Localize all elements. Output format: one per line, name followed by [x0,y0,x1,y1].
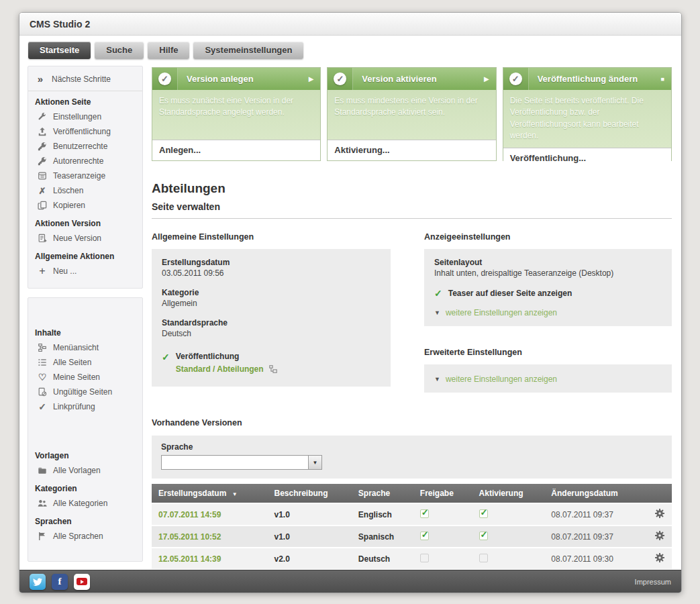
sidebar-item-autorenrechte[interactable]: Autorenrechte [28,154,142,168]
sidebar-item-teaseranzeige[interactable]: Teaseranzeige [28,168,142,183]
column-header-actions [645,484,672,503]
gear-icon[interactable] [654,552,665,563]
impressum-link[interactable]: Impressum [635,578,671,586]
sidebar-item-alle-seiten[interactable]: Alle Seiten [28,355,142,370]
language-select[interactable]: ▼ [161,455,322,470]
sidebar-item-nachste-schritte[interactable]: »Nächste Schritte [28,68,142,91]
version-activated [472,504,545,525]
card-action-link[interactable]: Anlegen... [152,140,320,160]
double-chevron-icon: » [35,74,46,85]
app-title: CMS Studio 2 [30,19,90,30]
sidebar-header-inhalte: Inhalte [28,322,142,340]
show-more-settings[interactable]: ▼ weitere Einstellungen anzeigen [434,374,662,384]
sidebar-item-alle-kategorien[interactable]: Alle Kategorien [28,496,142,511]
sidebar-item-label: Meine Seiten [53,372,100,382]
field-value: Deutsch [162,329,381,338]
card-action-link[interactable]: Veröffentlichung... [503,148,671,168]
column-header-anderungsdatum[interactable]: Änderungsdatum [544,484,645,503]
stop-square-icon[interactable]: ■ [661,76,671,83]
layout-value: Inhalt unten, dreispaltige Teaseranzeige… [434,268,662,278]
gear-icon[interactable] [654,530,665,541]
sidebar-item-kopieren[interactable]: Kopieren [28,198,142,213]
structure-icon[interactable] [268,364,279,374]
field-label: Kategorie [162,288,381,297]
sidebar-item-einstellungen[interactable]: Einstellungen [28,109,142,124]
sidebar-item-neu[interactable]: +Neu ... [28,264,142,279]
tab-hilfe[interactable]: Hilfe [148,42,189,59]
twitter-icon[interactable] [30,574,46,590]
card-title: Version aktivieren [353,74,484,84]
sidebar-item-label: Autorenrechte [53,156,103,166]
check-circle-icon: ✓ [503,68,529,90]
version-actions [645,504,672,525]
card-header[interactable]: ✓ Version anlegen ▶ [152,68,320,90]
version-created-link[interactable]: 07.07.2011 14:59 [152,504,267,525]
version-description: v1.0 [267,526,351,547]
arrow-right-icon[interactable]: ▶ [484,75,496,83]
tab-suche[interactable]: Suche [95,42,144,59]
tab-startseite[interactable]: Startseite [28,42,91,59]
version-language: Englisch [352,504,413,525]
show-more-settings[interactable]: ▼ weitere Einstellungen anzeigen [434,308,662,317]
card-header[interactable]: ✓ Veröffentlichung ändern ■ [503,68,671,90]
sidebar-item-menuansicht[interactable]: Menüansicht [28,340,142,355]
publication-path-link[interactable]: Standard / Abteilungen [176,364,264,374]
gear-icon[interactable] [654,508,665,519]
tab-systemeinstellungen[interactable]: Systemeinstellungen [193,42,303,59]
delete-icon: ✗ [37,185,48,196]
sidebar-item-label: Einstellungen [53,112,101,121]
field-standardsprache: Standardsprache Deutsch [162,318,381,338]
sidebar-item-ungultige-seiten[interactable]: Ungültige Seiten [28,385,142,399]
sidebar-item-label: Alle Sprachen [53,532,103,541]
teaser-label: Teaser auf dieser Seite anzeigen [448,289,572,298]
version-created-link[interactable]: 17.05.2011 10:52 [152,526,267,547]
column-header-erstellungsdatum[interactable]: Erstellungsdatum ▼ [152,484,267,503]
sidebar-item-alle-vorlagen[interactable]: Alle Vorlagen [28,463,142,478]
more-settings-link[interactable]: weitere Einstellungen anzeigen [446,374,557,384]
sidebar-item-veroffentlichung[interactable]: Veröffentlichung [28,124,142,139]
settings-row: Allgemeine Einstellungen Erstellungsdatu… [152,232,672,393]
sitemap-icon [37,342,48,353]
card-header[interactable]: ✓ Version aktivieren ▶ [328,68,495,90]
column-header-sprache[interactable]: Sprache [352,484,413,503]
more-settings-link[interactable]: weitere Einstellungen anzeigen [446,308,557,317]
facebook-icon[interactable]: f [52,574,68,590]
card-description: Es muss zunächst eine Version in der Sta… [152,90,320,140]
sidebar-item-label: Benutzerrechte [53,142,107,151]
sidebar-item-loschen[interactable]: ✗Löschen [28,183,142,198]
column-header-aktivierung[interactable]: Aktivierung [472,484,545,503]
versions-table-header: Erstellungsdatum ▼BeschreibungSpracheFre… [152,484,672,503]
publish-icon [37,126,48,137]
sidebar-box-1: »Nächste SchritteAktionen SeiteEinstellu… [28,66,143,289]
card-title: Version anlegen [178,74,309,84]
column-header-beschreibung[interactable]: Beschreibung [267,484,351,503]
youtube-play-icon [77,578,87,585]
card-action-link[interactable]: Aktivierung... [328,140,495,160]
sidebar-item-meine-seiten[interactable]: ♡Meine Seiten [28,370,142,385]
version-language: Deutsch [352,548,413,569]
arrow-right-icon[interactable]: ▶ [309,75,321,83]
field-value: 03.05.2011 09:56 [162,268,381,278]
sidebar-item-linkprufung[interactable]: ✓Linkprüfung [28,399,142,414]
sidebar-header-sprachen: Sprachen [28,511,142,529]
sidebar-header-kategorien: Kategorien [28,478,142,496]
copy-icon [37,200,48,211]
versions-filter-box: Sprache ▼ [152,436,672,479]
table-row: 07.07.2011 14:59v1.0Englisch08.07.2011 0… [152,504,672,525]
chevron-down-icon[interactable]: ▼ [308,455,322,470]
sidebar-item-alle-sprachen[interactable]: Alle Sprachen [28,529,142,544]
language-select-value[interactable] [161,455,308,470]
version-description: v2.0 [267,548,351,569]
sidebar-item-benutzerrechte[interactable]: Benutzerrechte [28,139,142,154]
youtube-icon[interactable] [74,574,90,590]
version-modified: 08.07.2011 09:30 [544,548,645,569]
teaser-setting: ✓ Teaser auf dieser Seite anzeigen [434,288,662,299]
layout-label: Seitenlayout [434,258,662,267]
sort-desc-icon: ▼ [232,491,238,497]
sidebar-item-neue-version[interactable]: Neue Version [28,231,142,246]
sidebar-item-label: Alle Seiten [53,358,91,367]
versions-table-body: 07.07.2011 14:59v1.0Englisch08.07.2011 0… [152,504,672,570]
version-actions [645,526,672,547]
version-created-link[interactable]: 12.05.2011 14:39 [152,548,267,569]
column-header-freigabe[interactable]: Freigabe [413,484,472,503]
